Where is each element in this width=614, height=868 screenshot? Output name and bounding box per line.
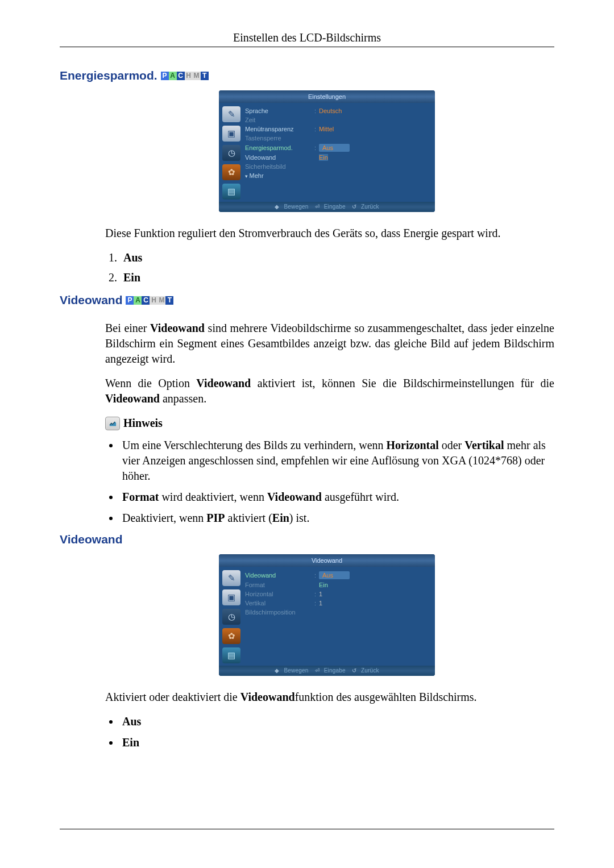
osd-title: Videowand [219,554,435,567]
osd-row-value-alt: Ein [319,582,328,588]
sidebar-gear-icon: ✿ [222,164,240,180]
osd-row-label: Horizontal [245,591,314,597]
badge-letter-p: P [126,296,134,305]
osd-row-label: Bildschirmposition [245,609,314,616]
osd-row-value-alt: Ein [319,154,328,161]
osd-row-label: Sicherheitsbild [245,163,314,170]
osd-title: Einstellungen [219,90,435,103]
divider-bottom [60,829,554,829]
badge-letter-p: P [161,72,169,80]
section2-body: Bei einer Videowand sind mehrere Videobi… [105,321,554,526]
osd-sidebar: ✎ ▣ ◷ ✿ ▤ [222,106,240,200]
osd-row-label: Zeit [245,117,314,123]
osd-row-value: Mittel [319,126,430,132]
osd-row-more: Mehr [245,172,314,179]
osd-row-value: 1 [319,591,430,597]
osd-row-label: Videowand [245,154,314,161]
paragraph: Wenn die Option Videowand aktiviert ist,… [105,376,554,406]
osd-videowand: Videowand ✎ ▣ ◷ ✿ ▤ Videowand:Aus Format… [219,554,435,676]
hinweis-label: Hinweis [123,416,163,431]
list-item: Ein [120,270,554,285]
badge-letter-h: H [185,72,193,80]
list-item: Ein [120,735,554,750]
section-videowand-heading: Videowand P A C H M T [60,293,554,307]
hinweis-row: Hinweis [105,416,554,431]
divider-top [60,47,554,47]
osd-footer: ◆Bewegen ⏎Eingabe ↺Zurück [219,666,435,676]
osd-menu: Sprache:Deutsch Zeit Menütransparenz:Mit… [245,106,430,200]
badge-letter-m: M [157,296,165,305]
section3-body: Aktiviert oder deaktiviert die Videowand… [105,690,554,750]
osd-row-label: Menütransparenz [245,126,314,132]
badge-letter-a: A [134,296,142,305]
osd-footer-back: Zurück [361,203,379,210]
note-icon [105,417,120,430]
osd-row-label: Sprache [245,107,314,114]
paragraph: Diese Funktion reguliert den Stromverbra… [105,226,554,241]
osd-row-label: Tastensperre [245,135,314,142]
osd-footer-enter: Eingabe [324,203,346,210]
badge-letter-a: A [169,72,177,80]
page-header: Einstellen des LCD-Bildschirms [60,31,554,44]
sidebar-input-icon: ▣ [222,589,240,605]
sidebar-doc-icon: ▤ [222,647,240,663]
list-item: Aus [120,250,554,265]
badge-letter-t: T [165,296,173,305]
section-energiesparmod-heading: Energiesparmod. P A C H M T [60,69,554,82]
osd-row-label: Vertikal [245,600,314,607]
heading-text: Videowand [60,293,122,307]
list-item: Deaktiviert, wenn PIP aktiviert (Ein) is… [120,510,554,526]
osd-row-value-selected: Aus [319,144,350,152]
sidebar-gear-icon: ✿ [222,628,240,644]
badge-letter-h: H [150,296,157,305]
section1-body: Diese Funktion reguliert den Stromverbra… [105,226,554,285]
osd-footer: ◆Bewegen ⏎Eingabe ↺Zurück [219,202,435,212]
heading-text: Videowand [60,533,122,546]
sidebar-tools-icon: ✎ [222,106,240,122]
sidebar-tools-icon: ✎ [222,570,240,586]
sidebar-input-icon: ▣ [222,126,240,142]
list-item: Um eine Verschlechterung des Bilds zu ve… [120,438,554,484]
sidebar-clock-icon: ◷ [222,145,240,161]
badge-letter-m: M [193,72,201,80]
heading-text: Energiesparmod. [60,69,157,82]
osd-row-label: Energiesparmod. [245,144,314,151]
list-item: Format wird deaktiviert, wenn Videowand … [120,489,554,505]
osd-row-label: Videowand [245,572,314,579]
osd-row-label: Format [245,582,314,588]
osd-row-value: Deutsch [319,107,430,114]
osd-sidebar: ✎ ▣ ◷ ✿ ▤ [222,570,240,663]
section-videowand2-heading: Videowand [60,533,554,546]
osd-einstellungen: Einstellungen ✎ ▣ ◷ ✿ ▤ Sprache:Deutsch … [219,90,435,212]
paragraph: Bei einer Videowand sind mehrere Videobi… [105,321,554,367]
osd-footer-enter: Eingabe [324,667,346,674]
osd-row-value: 1 [319,600,430,607]
pachmt-badge: P A C H M T [161,72,209,80]
osd-footer-move: Bewegen [284,667,308,674]
osd-row-value-selected: Aus [319,571,350,579]
sidebar-clock-icon: ◷ [222,609,240,625]
osd-footer-back: Zurück [361,667,379,674]
badge-letter-c: C [177,72,185,80]
osd-footer-move: Bewegen [284,203,308,210]
paragraph: Aktiviert oder deaktiviert die Videowand… [105,690,554,705]
pachmt-badge: P A C H M T [126,296,173,305]
list-item: Aus [120,714,554,729]
osd-menu: Videowand:Aus FormatEin Horizontal:1 Ver… [245,570,430,663]
badge-letter-t: T [201,72,209,80]
sidebar-doc-icon: ▤ [222,184,240,200]
badge-letter-c: C [142,296,150,305]
